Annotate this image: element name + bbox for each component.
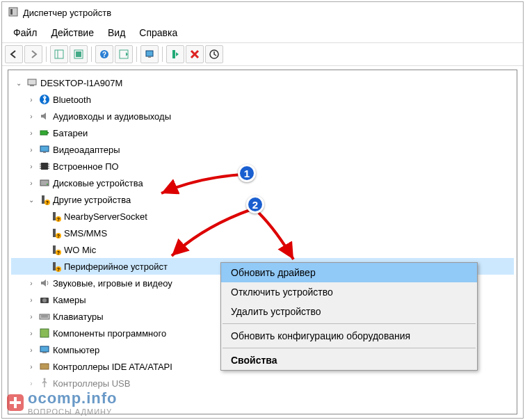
svg-rect-20 (41, 163, 48, 170)
unknown-device-icon: ? (49, 210, 62, 223)
expand-icon[interactable]: › (26, 179, 36, 187)
svg-text:?: ? (57, 267, 60, 272)
svg-rect-41 (53, 262, 56, 270)
svg-rect-32 (53, 212, 56, 220)
tree-leaf[interactable]: ?NearbyServerSocket (11, 208, 514, 225)
update-button[interactable] (205, 45, 223, 63)
tree-node[interactable]: ›Дисковые устройства (11, 175, 514, 191)
help-button[interactable]: ? (95, 45, 113, 63)
expand-icon[interactable]: › (26, 296, 36, 304)
chip-icon (38, 160, 51, 172)
svg-rect-50 (40, 346, 49, 352)
menubar: Файл Действие Вид Справка (2, 23, 523, 42)
node-label: Камеры (53, 295, 86, 305)
svg-rect-52 (40, 364, 49, 369)
svg-rect-51 (42, 352, 47, 353)
toolbar: ? (2, 42, 523, 66)
display-icon (38, 143, 51, 156)
collapse-icon[interactable]: ⌄ (14, 79, 24, 87)
watermark-line2: ВОПРОСЫ АДМИНУ (28, 407, 118, 416)
expand-icon[interactable]: › (26, 363, 36, 371)
svg-text:?: ? (57, 217, 60, 222)
expand-icon[interactable]: › (26, 346, 36, 354)
battery-icon (38, 127, 51, 139)
node-label: Дисковые устройства (53, 178, 143, 188)
unknown-device-icon: ? (49, 260, 62, 273)
expand-icon[interactable]: › (26, 146, 36, 154)
expand-icon[interactable]: › (26, 113, 36, 120)
ctx-scan-hardware[interactable]: Обновить конфигурацию оборудования (221, 326, 477, 346)
view3-button[interactable] (115, 45, 133, 63)
tree-node[interactable]: ›Видеоадаптеры (11, 141, 514, 158)
menu-help[interactable]: Справка (132, 24, 184, 41)
tree-root[interactable]: ⌄ DESKTOP-I1A907M (11, 74, 514, 91)
svg-rect-0 (9, 8, 17, 16)
tree-node[interactable]: ›Батареи (11, 124, 514, 141)
ctx-delete-device[interactable]: Удалить устройство (221, 302, 477, 321)
expand-icon[interactable]: › (26, 380, 36, 387)
expand-icon[interactable]: › (26, 96, 36, 104)
watermark: ocomp.info ВОПРОСЫ АДМИНУ (6, 389, 118, 416)
expand-icon[interactable]: › (26, 163, 36, 170)
tree-leaf[interactable]: ?SMS/MMS (11, 225, 514, 241)
svg-point-45 (42, 298, 47, 302)
device-tree[interactable]: ⌄ DESKTOP-I1A907M ›Bluetooth ›Аудиовходы… (8, 70, 517, 414)
view2-button[interactable] (70, 45, 88, 63)
expand-icon[interactable]: › (26, 330, 36, 337)
keyboard-icon (38, 310, 51, 323)
watermark-line1: ocomp.info (28, 389, 118, 407)
ctx-disable-device[interactable]: Отключить устройство (221, 282, 477, 302)
node-label: Контроллеры IDE ATA/ATAPI (53, 362, 172, 372)
menu-view[interactable]: Вид (101, 24, 132, 41)
annotation-badge-2: 2 (246, 195, 264, 213)
svg-rect-16 (40, 131, 47, 135)
tree-node[interactable]: ›Bluetooth (11, 91, 514, 108)
scan-button[interactable] (140, 45, 159, 63)
expand-icon[interactable]: › (26, 313, 36, 321)
ctx-separator (223, 323, 476, 324)
svg-rect-49 (40, 329, 49, 337)
svg-text:?: ? (57, 234, 60, 239)
collapse-icon[interactable]: ⌄ (26, 196, 36, 204)
expand-icon[interactable]: › (26, 280, 36, 287)
svg-rect-29 (42, 195, 45, 204)
back-button[interactable] (5, 45, 23, 63)
forward-button[interactable] (24, 45, 42, 63)
node-label: Контроллеры USB (53, 378, 130, 389)
tree-leaf[interactable]: ?WO Mic (11, 241, 514, 258)
menu-action[interactable]: Действие (44, 24, 101, 41)
svg-rect-17 (47, 132, 49, 134)
svg-rect-10 (148, 56, 151, 58)
context-menu: Обновить драйвер Отключить устройство Уд… (220, 262, 478, 371)
node-label: Видеоадаптеры (53, 145, 120, 155)
svg-rect-19 (43, 152, 46, 153)
ctx-update-driver[interactable]: Обновить драйвер (221, 263, 477, 282)
menu-file[interactable]: Файл (6, 24, 44, 41)
svg-rect-14 (30, 85, 34, 86)
expand-icon[interactable]: › (26, 129, 36, 137)
controller-icon (38, 360, 51, 373)
usb-icon (38, 377, 51, 389)
root-label: DESKTOP-I1A907M (40, 78, 122, 88)
svg-text:?: ? (102, 51, 106, 58)
computer-icon (26, 76, 38, 89)
toolbar-separator (162, 47, 163, 62)
computer-icon (38, 344, 51, 356)
enable-button[interactable] (166, 45, 184, 63)
svg-rect-2 (55, 50, 63, 58)
uninstall-button[interactable] (186, 45, 204, 63)
ctx-properties[interactable]: Свойства (221, 350, 477, 370)
tree-node[interactable]: ›Аудиовходы и аудиовыходы (11, 108, 514, 124)
leaf-label: Периферийное устройст (64, 261, 168, 272)
view1-button[interactable] (50, 45, 68, 63)
node-label: Клавиатуры (53, 312, 104, 322)
toolbar-separator (136, 47, 137, 62)
unknown-icon: ? (38, 193, 51, 206)
svg-rect-38 (53, 245, 56, 254)
svg-rect-11 (172, 50, 175, 58)
titlebar: Диспетчер устройств (2, 2, 523, 23)
svg-rect-9 (146, 51, 153, 56)
tree-node[interactable]: ›Встроенное ПО (11, 158, 514, 175)
app-icon (8, 6, 19, 19)
leaf-label: WO Mic (64, 245, 96, 255)
